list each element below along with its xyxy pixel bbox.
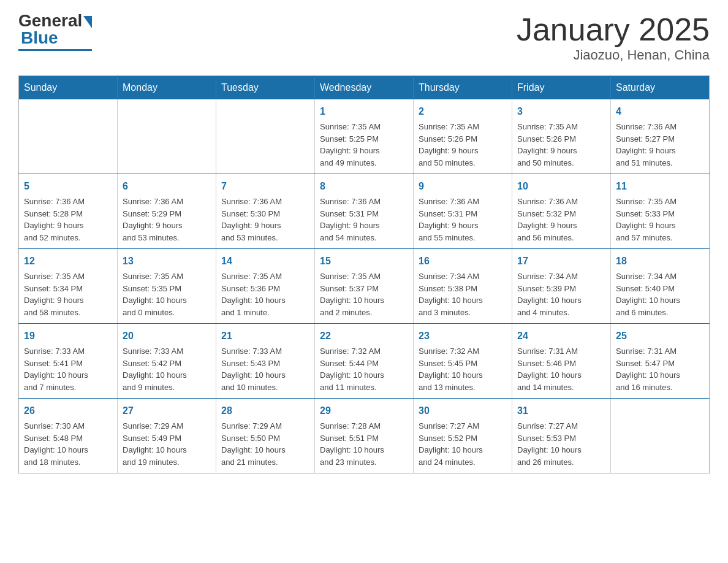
day-info: Sunrise: 7:31 AM Sunset: 5:46 PM Dayligh… — [517, 345, 605, 393]
day-info: Sunrise: 7:34 AM Sunset: 5:38 PM Dayligh… — [419, 270, 507, 318]
calendar-cell: 8Sunrise: 7:36 AM Sunset: 5:31 PM Daylig… — [315, 174, 414, 249]
calendar-cell: 10Sunrise: 7:36 AM Sunset: 5:32 PM Dayli… — [512, 174, 611, 249]
page-header: General Blue January 2025 Jiaozuo, Henan… — [18, 12, 710, 63]
day-info: Sunrise: 7:35 AM Sunset: 5:36 PM Dayligh… — [221, 270, 309, 318]
day-info: Sunrise: 7:30 AM Sunset: 5:48 PM Dayligh… — [24, 420, 112, 468]
day-info: Sunrise: 7:29 AM Sunset: 5:50 PM Dayligh… — [221, 420, 309, 468]
calendar-cell: 15Sunrise: 7:35 AM Sunset: 5:37 PM Dayli… — [315, 249, 414, 324]
weekday-header-row: SundayMondayTuesdayWednesdayThursdayFrid… — [19, 76, 710, 100]
day-info: Sunrise: 7:35 AM Sunset: 5:26 PM Dayligh… — [517, 121, 605, 169]
calendar-cell: 18Sunrise: 7:34 AM Sunset: 5:40 PM Dayli… — [611, 249, 710, 324]
day-info: Sunrise: 7:32 AM Sunset: 5:44 PM Dayligh… — [320, 345, 408, 393]
calendar-cell: 20Sunrise: 7:33 AM Sunset: 5:42 PM Dayli… — [118, 324, 216, 399]
logo-blue-text: Blue — [18, 28, 58, 48]
day-number: 18 — [616, 254, 704, 269]
day-info: Sunrise: 7:28 AM Sunset: 5:51 PM Dayligh… — [320, 420, 408, 468]
day-info: Sunrise: 7:33 AM Sunset: 5:41 PM Dayligh… — [24, 345, 112, 393]
calendar-cell — [611, 399, 710, 473]
day-number: 15 — [320, 254, 408, 269]
day-number: 22 — [320, 329, 408, 343]
day-info: Sunrise: 7:27 AM Sunset: 5:53 PM Dayligh… — [517, 420, 605, 468]
weekday-friday: Friday — [512, 76, 611, 100]
logo-underline — [18, 49, 92, 51]
day-number: 9 — [419, 179, 507, 194]
logo: General Blue — [18, 12, 92, 51]
calendar-cell: 29Sunrise: 7:28 AM Sunset: 5:51 PM Dayli… — [315, 399, 414, 473]
calendar-table: SundayMondayTuesdayWednesdayThursdayFrid… — [18, 75, 710, 473]
weekday-tuesday: Tuesday — [216, 76, 315, 100]
day-info: Sunrise: 7:32 AM Sunset: 5:45 PM Dayligh… — [419, 345, 507, 393]
calendar-body: 1Sunrise: 7:35 AM Sunset: 5:25 PM Daylig… — [19, 99, 710, 473]
day-info: Sunrise: 7:36 AM Sunset: 5:29 PM Dayligh… — [123, 196, 211, 243]
day-number: 31 — [517, 404, 605, 418]
calendar-cell: 22Sunrise: 7:32 AM Sunset: 5:44 PM Dayli… — [315, 324, 414, 399]
day-number: 3 — [517, 104, 605, 119]
calendar-cell: 30Sunrise: 7:27 AM Sunset: 5:52 PM Dayli… — [414, 399, 512, 473]
title-block: January 2025 Jiaozuo, Henan, China — [517, 12, 710, 63]
calendar-cell: 3Sunrise: 7:35 AM Sunset: 5:26 PM Daylig… — [512, 99, 611, 174]
calendar-cell: 25Sunrise: 7:31 AM Sunset: 5:47 PM Dayli… — [611, 324, 710, 399]
day-info: Sunrise: 7:36 AM Sunset: 5:31 PM Dayligh… — [320, 196, 408, 243]
calendar-cell: 13Sunrise: 7:35 AM Sunset: 5:35 PM Dayli… — [118, 249, 216, 324]
day-number: 17 — [517, 254, 605, 269]
weekday-thursday: Thursday — [414, 76, 512, 100]
day-number: 29 — [320, 404, 408, 418]
calendar-cell: 17Sunrise: 7:34 AM Sunset: 5:39 PM Dayli… — [512, 249, 611, 324]
day-number: 13 — [123, 254, 211, 269]
day-info: Sunrise: 7:36 AM Sunset: 5:31 PM Dayligh… — [419, 196, 507, 243]
day-number: 20 — [123, 329, 211, 343]
weekday-sunday: Sunday — [19, 76, 118, 100]
day-number: 19 — [24, 329, 112, 343]
calendar-cell: 23Sunrise: 7:32 AM Sunset: 5:45 PM Dayli… — [414, 324, 512, 399]
week-row-3: 12Sunrise: 7:35 AM Sunset: 5:34 PM Dayli… — [19, 249, 710, 324]
logo-general-text: General — [18, 12, 82, 29]
calendar-cell: 1Sunrise: 7:35 AM Sunset: 5:25 PM Daylig… — [315, 99, 414, 174]
day-number: 16 — [419, 254, 507, 269]
calendar-cell: 12Sunrise: 7:35 AM Sunset: 5:34 PM Dayli… — [19, 249, 118, 324]
day-number: 12 — [24, 254, 112, 269]
day-info: Sunrise: 7:29 AM Sunset: 5:49 PM Dayligh… — [123, 420, 211, 468]
day-number: 26 — [24, 404, 112, 418]
day-number: 24 — [517, 329, 605, 343]
day-number: 25 — [616, 329, 704, 343]
week-row-5: 26Sunrise: 7:30 AM Sunset: 5:48 PM Dayli… — [19, 399, 710, 473]
calendar-cell: 4Sunrise: 7:36 AM Sunset: 5:27 PM Daylig… — [611, 99, 710, 174]
day-info: Sunrise: 7:35 AM Sunset: 5:26 PM Dayligh… — [419, 121, 507, 169]
weekday-saturday: Saturday — [611, 76, 710, 100]
day-number: 23 — [419, 329, 507, 343]
calendar-cell — [19, 99, 118, 174]
day-number: 6 — [123, 179, 211, 194]
calendar-cell: 2Sunrise: 7:35 AM Sunset: 5:26 PM Daylig… — [414, 99, 512, 174]
calendar-cell: 19Sunrise: 7:33 AM Sunset: 5:41 PM Dayli… — [19, 324, 118, 399]
calendar-cell: 5Sunrise: 7:36 AM Sunset: 5:28 PM Daylig… — [19, 174, 118, 249]
calendar-cell — [216, 99, 315, 174]
day-info: Sunrise: 7:35 AM Sunset: 5:37 PM Dayligh… — [320, 270, 408, 318]
day-number: 5 — [24, 179, 112, 194]
day-number: 27 — [123, 404, 211, 418]
day-info: Sunrise: 7:36 AM Sunset: 5:28 PM Dayligh… — [24, 196, 112, 243]
weekday-monday: Monday — [118, 76, 216, 100]
calendar-cell: 27Sunrise: 7:29 AM Sunset: 5:49 PM Dayli… — [118, 399, 216, 473]
day-info: Sunrise: 7:35 AM Sunset: 5:35 PM Dayligh… — [123, 270, 211, 318]
calendar-title: January 2025 — [517, 12, 710, 47]
calendar-cell: 26Sunrise: 7:30 AM Sunset: 5:48 PM Dayli… — [19, 399, 118, 473]
day-info: Sunrise: 7:35 AM Sunset: 5:25 PM Dayligh… — [320, 121, 408, 169]
day-info: Sunrise: 7:36 AM Sunset: 5:32 PM Dayligh… — [517, 196, 605, 243]
calendar-cell: 6Sunrise: 7:36 AM Sunset: 5:29 PM Daylig… — [118, 174, 216, 249]
calendar-cell: 14Sunrise: 7:35 AM Sunset: 5:36 PM Dayli… — [216, 249, 315, 324]
logo-triangle-icon — [83, 16, 92, 28]
day-info: Sunrise: 7:34 AM Sunset: 5:39 PM Dayligh… — [517, 270, 605, 318]
week-row-4: 19Sunrise: 7:33 AM Sunset: 5:41 PM Dayli… — [19, 324, 710, 399]
day-info: Sunrise: 7:36 AM Sunset: 5:27 PM Dayligh… — [616, 121, 704, 169]
week-row-2: 5Sunrise: 7:36 AM Sunset: 5:28 PM Daylig… — [19, 174, 710, 249]
day-info: Sunrise: 7:31 AM Sunset: 5:47 PM Dayligh… — [616, 345, 704, 393]
day-number: 1 — [320, 104, 408, 119]
calendar-cell: 28Sunrise: 7:29 AM Sunset: 5:50 PM Dayli… — [216, 399, 315, 473]
day-number: 30 — [419, 404, 507, 418]
day-number: 21 — [221, 329, 309, 343]
calendar-cell: 21Sunrise: 7:33 AM Sunset: 5:43 PM Dayli… — [216, 324, 315, 399]
calendar-cell: 24Sunrise: 7:31 AM Sunset: 5:46 PM Dayli… — [512, 324, 611, 399]
day-number: 7 — [221, 179, 309, 194]
day-number: 11 — [616, 179, 704, 194]
calendar-cell: 31Sunrise: 7:27 AM Sunset: 5:53 PM Dayli… — [512, 399, 611, 473]
